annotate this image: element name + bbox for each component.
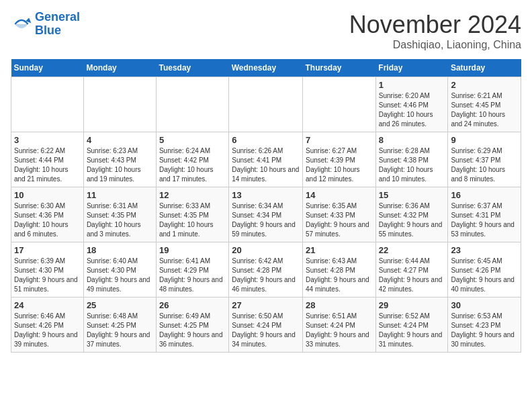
calendar-week-2: 3Sunrise: 6:22 AM Sunset: 4:44 PM Daylig… xyxy=(11,132,521,187)
calendar-cell: 20Sunrise: 6:42 AM Sunset: 4:28 PM Dayli… xyxy=(229,242,303,298)
day-info: Sunrise: 6:39 AM Sunset: 4:30 PM Dayligh… xyxy=(14,257,81,294)
day-info: Sunrise: 6:37 AM Sunset: 4:31 PM Dayligh… xyxy=(451,201,518,239)
calendar-cell: 6Sunrise: 6:26 AM Sunset: 4:41 PM Daylig… xyxy=(229,132,303,187)
day-number: 18 xyxy=(87,245,153,255)
day-number: 4 xyxy=(87,135,153,145)
day-info: Sunrise: 6:46 AM Sunset: 4:26 PM Dayligh… xyxy=(14,312,81,349)
calendar-cell: 12Sunrise: 6:33 AM Sunset: 4:35 PM Dayli… xyxy=(156,187,228,242)
weekday-header-monday: Monday xyxy=(83,59,156,77)
day-info: Sunrise: 6:24 AM Sunset: 4:42 PM Dayligh… xyxy=(159,146,226,184)
day-info: Sunrise: 6:30 AM Sunset: 4:36 PM Dayligh… xyxy=(14,201,81,239)
day-number: 10 xyxy=(14,190,81,200)
calendar-cell: 8Sunrise: 6:28 AM Sunset: 4:38 PM Daylig… xyxy=(375,132,448,187)
logo-icon xyxy=(11,13,32,35)
calendar-cell xyxy=(83,77,156,132)
day-number: 14 xyxy=(306,190,373,200)
calendar-cell: 7Sunrise: 6:27 AM Sunset: 4:39 PM Daylig… xyxy=(303,132,376,187)
day-info: Sunrise: 6:22 AM Sunset: 4:44 PM Dayligh… xyxy=(14,146,81,184)
calendar-cell: 5Sunrise: 6:24 AM Sunset: 4:42 PM Daylig… xyxy=(156,132,228,187)
day-number: 19 xyxy=(159,245,226,255)
day-number: 15 xyxy=(379,190,445,200)
day-number: 2 xyxy=(451,80,518,90)
day-number: 17 xyxy=(14,245,81,255)
calendar-table: SundayMondayTuesdayWednesdayThursdayFrid… xyxy=(11,59,521,353)
calendar-week-1: 1Sunrise: 6:20 AM Sunset: 4:46 PM Daylig… xyxy=(11,77,521,132)
day-number: 3 xyxy=(14,135,81,145)
calendar-cell: 19Sunrise: 6:41 AM Sunset: 4:29 PM Dayli… xyxy=(156,242,228,298)
calendar-cell xyxy=(229,77,303,132)
day-info: Sunrise: 6:29 AM Sunset: 4:37 PM Dayligh… xyxy=(451,146,518,184)
calendar-cell: 22Sunrise: 6:44 AM Sunset: 4:27 PM Dayli… xyxy=(375,242,448,298)
day-number: 23 xyxy=(451,245,518,255)
calendar-cell: 16Sunrise: 6:37 AM Sunset: 4:31 PM Dayli… xyxy=(448,187,521,242)
day-info: Sunrise: 6:33 AM Sunset: 4:35 PM Dayligh… xyxy=(159,201,226,239)
weekday-header-row: SundayMondayTuesdayWednesdayThursdayFrid… xyxy=(11,59,521,77)
day-info: Sunrise: 6:43 AM Sunset: 4:28 PM Dayligh… xyxy=(306,257,373,294)
day-info: Sunrise: 6:23 AM Sunset: 4:43 PM Dayligh… xyxy=(87,146,153,184)
day-number: 1 xyxy=(379,80,445,90)
day-number: 5 xyxy=(159,135,226,145)
month-title: November 2024 xyxy=(349,11,521,39)
day-info: Sunrise: 6:36 AM Sunset: 4:32 PM Dayligh… xyxy=(379,201,445,239)
day-number: 13 xyxy=(232,190,300,200)
day-info: Sunrise: 6:45 AM Sunset: 4:26 PM Dayligh… xyxy=(451,257,518,294)
calendar-cell xyxy=(303,77,376,132)
calendar-week-3: 10Sunrise: 6:30 AM Sunset: 4:36 PM Dayli… xyxy=(11,187,521,242)
day-info: Sunrise: 6:26 AM Sunset: 4:41 PM Dayligh… xyxy=(232,146,300,184)
weekday-header-thursday: Thursday xyxy=(303,59,376,77)
calendar-week-4: 17Sunrise: 6:39 AM Sunset: 4:30 PM Dayli… xyxy=(11,242,521,298)
day-info: Sunrise: 6:42 AM Sunset: 4:28 PM Dayligh… xyxy=(232,257,300,294)
day-number: 21 xyxy=(306,245,373,255)
logo-line2: Blue xyxy=(35,24,61,37)
weekday-header-friday: Friday xyxy=(375,59,448,77)
calendar-cell: 29Sunrise: 6:52 AM Sunset: 4:24 PM Dayli… xyxy=(375,298,448,353)
day-number: 29 xyxy=(379,300,445,310)
weekday-header-saturday: Saturday xyxy=(448,59,521,77)
calendar-cell: 2Sunrise: 6:21 AM Sunset: 4:45 PM Daylig… xyxy=(448,77,521,132)
calendar-cell: 24Sunrise: 6:46 AM Sunset: 4:26 PM Dayli… xyxy=(11,298,84,353)
day-number: 22 xyxy=(379,245,445,255)
page-header: General Blue November 2024 Dashiqiao, Li… xyxy=(11,11,521,51)
day-number: 6 xyxy=(232,135,300,145)
calendar-cell: 9Sunrise: 6:29 AM Sunset: 4:37 PM Daylig… xyxy=(448,132,521,187)
day-number: 25 xyxy=(87,300,153,310)
logo: General Blue xyxy=(11,11,80,38)
weekday-header-wednesday: Wednesday xyxy=(229,59,303,77)
day-info: Sunrise: 6:50 AM Sunset: 4:24 PM Dayligh… xyxy=(232,312,300,349)
calendar-cell: 3Sunrise: 6:22 AM Sunset: 4:44 PM Daylig… xyxy=(11,132,84,187)
day-info: Sunrise: 6:35 AM Sunset: 4:33 PM Dayligh… xyxy=(306,201,373,239)
day-number: 9 xyxy=(451,135,518,145)
day-number: 16 xyxy=(451,190,518,200)
day-info: Sunrise: 6:52 AM Sunset: 4:24 PM Dayligh… xyxy=(379,312,445,349)
day-number: 20 xyxy=(232,245,300,255)
calendar-cell xyxy=(156,77,228,132)
day-info: Sunrise: 6:27 AM Sunset: 4:39 PM Dayligh… xyxy=(306,146,373,184)
logo-line1: General xyxy=(35,10,80,24)
day-info: Sunrise: 6:49 AM Sunset: 4:25 PM Dayligh… xyxy=(159,312,226,349)
day-info: Sunrise: 6:34 AM Sunset: 4:34 PM Dayligh… xyxy=(232,201,300,239)
day-info: Sunrise: 6:48 AM Sunset: 4:25 PM Dayligh… xyxy=(87,312,153,349)
day-info: Sunrise: 6:21 AM Sunset: 4:45 PM Dayligh… xyxy=(451,91,518,129)
day-info: Sunrise: 6:31 AM Sunset: 4:35 PM Dayligh… xyxy=(87,201,153,239)
calendar-cell xyxy=(11,77,84,132)
day-number: 28 xyxy=(306,300,373,310)
calendar-cell: 23Sunrise: 6:45 AM Sunset: 4:26 PM Dayli… xyxy=(448,242,521,298)
day-number: 7 xyxy=(306,135,373,145)
day-info: Sunrise: 6:40 AM Sunset: 4:30 PM Dayligh… xyxy=(87,257,153,294)
calendar-cell: 18Sunrise: 6:40 AM Sunset: 4:30 PM Dayli… xyxy=(83,242,156,298)
day-info: Sunrise: 6:53 AM Sunset: 4:23 PM Dayligh… xyxy=(451,312,518,349)
day-number: 27 xyxy=(232,300,300,310)
calendar-cell: 15Sunrise: 6:36 AM Sunset: 4:32 PM Dayli… xyxy=(375,187,448,242)
title-block: November 2024 Dashiqiao, Liaoning, China xyxy=(349,11,521,51)
calendar-cell: 14Sunrise: 6:35 AM Sunset: 4:33 PM Dayli… xyxy=(303,187,376,242)
day-number: 8 xyxy=(379,135,445,145)
day-info: Sunrise: 6:51 AM Sunset: 4:24 PM Dayligh… xyxy=(306,312,373,349)
day-number: 30 xyxy=(451,300,518,310)
calendar-cell: 27Sunrise: 6:50 AM Sunset: 4:24 PM Dayli… xyxy=(229,298,303,353)
calendar-cell: 4Sunrise: 6:23 AM Sunset: 4:43 PM Daylig… xyxy=(83,132,156,187)
calendar-week-5: 24Sunrise: 6:46 AM Sunset: 4:26 PM Dayli… xyxy=(11,298,521,353)
day-info: Sunrise: 6:20 AM Sunset: 4:46 PM Dayligh… xyxy=(379,91,445,129)
calendar-cell: 25Sunrise: 6:48 AM Sunset: 4:25 PM Dayli… xyxy=(83,298,156,353)
calendar-cell: 28Sunrise: 6:51 AM Sunset: 4:24 PM Dayli… xyxy=(303,298,376,353)
logo-text: General Blue xyxy=(35,11,80,38)
